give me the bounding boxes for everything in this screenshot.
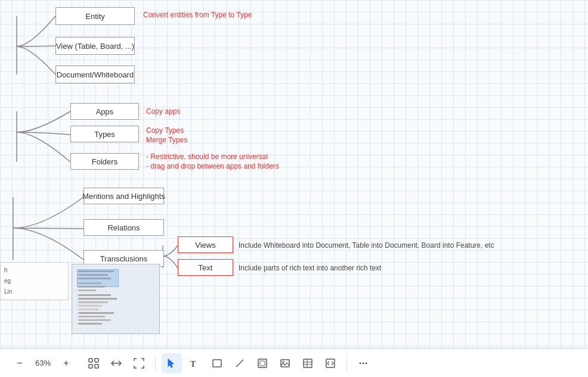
fullscreen-icon xyxy=(134,358,144,369)
sidebar-labels: h eg Lin xyxy=(0,262,69,300)
cursor-tool-button[interactable] xyxy=(162,353,182,373)
cursor-icon xyxy=(167,358,177,369)
embed-tool-icon xyxy=(325,358,336,369)
folders-node[interactable]: Folders xyxy=(70,153,139,170)
types-node[interactable]: Types xyxy=(70,126,139,142)
text-child-node[interactable]: Text xyxy=(178,259,233,276)
rect-tool-icon xyxy=(212,358,222,369)
views-desc-annotation: Include Whiteboard into Document, Table … xyxy=(239,241,494,250)
text-tool-icon: T xyxy=(189,358,200,369)
fit-width-icon xyxy=(111,358,122,369)
page-grid-button[interactable] xyxy=(83,353,104,373)
sidebar-label-3: Lin xyxy=(4,286,64,297)
canvas: Entity View (Table, Board, ...) Document… xyxy=(0,0,588,348)
table-tool-icon xyxy=(302,358,313,369)
zoom-in-button[interactable]: + xyxy=(56,353,76,373)
sidebar-label-2: eg xyxy=(4,276,64,286)
svg-point-21 xyxy=(360,362,361,364)
relations-node[interactable]: Relations xyxy=(83,219,164,236)
fit-width-button[interactable] xyxy=(106,353,126,373)
zoom-controls: − 63% + xyxy=(10,353,76,373)
document-node[interactable]: Document/Whiteboard xyxy=(55,66,135,83)
sidebar-label-1: h xyxy=(4,265,64,276)
svg-rect-12 xyxy=(258,359,267,367)
zoom-out-button[interactable]: − xyxy=(10,353,30,373)
restrictive-annotation: - Restrictive, should be more universal xyxy=(146,152,268,161)
copy-types-annotation: Copy Types xyxy=(146,126,184,135)
more-tools-icon xyxy=(358,358,369,369)
svg-point-23 xyxy=(366,362,367,364)
merge-types-annotation: Merge Types xyxy=(146,136,187,144)
table-tool-button[interactable] xyxy=(298,353,318,373)
svg-rect-10 xyxy=(213,360,221,367)
convert-annotation: Convert entities from Type to Type xyxy=(143,11,252,19)
svg-point-15 xyxy=(283,361,284,363)
more-tools-button[interactable] xyxy=(353,353,373,373)
svg-rect-6 xyxy=(89,364,92,368)
apps-node[interactable]: Apps xyxy=(70,103,139,120)
zoom-level: 63% xyxy=(32,359,54,367)
line-tool-icon xyxy=(234,358,245,369)
image-tool-icon xyxy=(280,358,290,369)
svg-rect-7 xyxy=(95,364,98,368)
entity-node[interactable]: Entity xyxy=(55,7,135,25)
frame-tool-button[interactable] xyxy=(252,353,273,373)
text-desc-annotation: Include parts of rich text into another … xyxy=(239,264,381,272)
frame-tool-icon xyxy=(257,358,268,369)
svg-text:T: T xyxy=(190,360,196,369)
svg-rect-13 xyxy=(260,361,265,366)
svg-rect-14 xyxy=(281,360,289,367)
line-tool-button[interactable] xyxy=(230,353,250,373)
views-child-node[interactable]: Views xyxy=(178,236,233,253)
embed-tool-button[interactable] xyxy=(320,353,341,373)
svg-rect-5 xyxy=(95,359,98,362)
mentions-node[interactable]: Mentions and Highlights xyxy=(83,188,164,204)
text-tool-button[interactable]: T xyxy=(184,353,205,373)
rect-tool-button[interactable] xyxy=(207,353,227,373)
page-grid-icon xyxy=(88,358,99,369)
svg-line-11 xyxy=(236,360,243,367)
fullscreen-button[interactable] xyxy=(129,353,149,373)
image-tool-button[interactable] xyxy=(275,353,295,373)
svg-rect-4 xyxy=(89,359,92,362)
svg-point-22 xyxy=(363,362,364,364)
toolbar-divider-2 xyxy=(346,356,347,370)
canvas-thumbnail xyxy=(72,264,160,334)
toolbar: − 63% + xyxy=(0,348,588,377)
svg-rect-16 xyxy=(304,359,312,367)
copy-apps-annotation: Copy apps xyxy=(146,107,180,116)
drag-drop-annotation: - drag and drop between apps and folders xyxy=(146,162,279,170)
view-node[interactable]: View (Table, Board, ...) xyxy=(55,37,135,55)
toolbar-divider-1 xyxy=(155,356,156,370)
